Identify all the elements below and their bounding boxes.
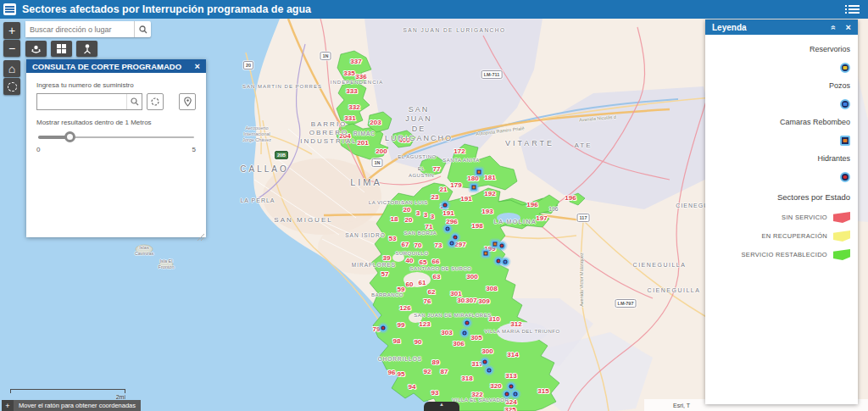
search-button[interactable] <box>134 21 151 37</box>
sedapal-logo <box>3 3 16 15</box>
place-label: VITARTE <box>505 139 554 148</box>
zoom-in-button[interactable]: + <box>3 22 20 39</box>
collapse-icon[interactable]: » <box>828 25 837 30</box>
sector-label-95: 95 <box>398 370 405 378</box>
zoom-out-button[interactable]: − <box>3 40 20 57</box>
sector-label-322: 322 <box>471 391 482 398</box>
consulta-panel-header[interactable]: CONSULTA DE CORTE PROGRAMADO × <box>26 59 206 73</box>
place-label: BARRIO OBRERO INDUSTRIAL <box>300 120 358 146</box>
sector-label-40: 40 <box>406 257 414 264</box>
slider-handle[interactable] <box>64 131 75 142</box>
hidrante-marker[interactable] <box>508 383 515 391</box>
legend-state-row: SERVICIO RESTABLECIDO <box>705 249 850 260</box>
coords-hint-text: Mover el ratón para obtener coordenadas <box>14 400 141 411</box>
sector-label-92: 92 <box>424 368 431 375</box>
radius-label: Mostrar resultados dentro de 1 Metros <box>36 119 196 126</box>
place-label: ATE <box>575 142 593 150</box>
sector-label-59: 59 <box>398 286 405 293</box>
sector-label-99: 99 <box>398 321 405 329</box>
sector-label-201: 201 <box>357 139 368 147</box>
place-label: LIMA <box>350 177 382 189</box>
hidrante-icon <box>840 172 850 182</box>
place-label: Isla El Frontón <box>159 258 175 270</box>
road-shield-1N: 1N <box>320 52 331 60</box>
place-label: SAN LUIS <box>401 200 427 207</box>
close-icon[interactable]: × <box>195 62 200 71</box>
hidrante-marker[interactable] <box>481 358 489 366</box>
road-shield-20: 20 <box>243 61 253 69</box>
home-button[interactable]: ⌂ <box>3 60 20 77</box>
hidrante-marker[interactable] <box>504 391 511 398</box>
sector-label-193: 193 <box>481 208 492 215</box>
sector-label-57: 57 <box>381 270 389 278</box>
app-window: 3373353363333323312032042014002001727718… <box>0 0 868 411</box>
sector-label-73: 73 <box>435 242 442 249</box>
place-label: Avenida Victor Malasquez <box>579 253 585 306</box>
sector-label-3: 3 <box>416 209 420 217</box>
pozo-marker[interactable] <box>448 240 456 247</box>
slider-min-label: 0 <box>36 146 40 153</box>
sector-label-297: 297 <box>454 241 465 248</box>
legend-body: Reservorios Pozos Camaras Rebombeo Hidra… <box>705 35 858 260</box>
search-input[interactable] <box>25 21 134 37</box>
place-label: EL AGUSTINO <box>398 154 436 161</box>
sector-label-296: 296 <box>446 218 457 225</box>
pozo-marker[interactable] <box>444 225 452 233</box>
place-label: MIRAFLORES <box>352 262 396 269</box>
hidrante-marker[interactable] <box>442 202 449 209</box>
place-label: BARRANCO <box>371 292 403 299</box>
sector-label-198: 198 <box>471 222 482 230</box>
pin-location-button[interactable] <box>179 93 196 110</box>
supply-number-input[interactable] <box>37 97 126 106</box>
search-box <box>25 21 151 37</box>
rebombeo-marker[interactable] <box>476 169 483 176</box>
pozo-marker[interactable] <box>502 258 509 266</box>
supply-number-label: Ingresa tu numero de suministro <box>36 81 196 89</box>
place-label: CIENEGUILLA <box>633 262 687 269</box>
attribution-toggle-button[interactable]: ▲ <box>424 402 459 411</box>
map-pin-icon <box>183 97 192 107</box>
rebombeo-marker[interactable] <box>482 250 490 258</box>
nearby-widget-button[interactable] <box>25 41 47 57</box>
hidrante-marker[interactable] <box>498 242 506 250</box>
place-label: Aeropuerto Internacional Jorge Chávez <box>242 125 271 143</box>
rebombeo-marker[interactable] <box>470 184 478 192</box>
place-label: SAN MARTIN DE PORRES <box>242 84 322 91</box>
basemap-gallery-button[interactable] <box>51 41 72 57</box>
sector-label-196: 196 <box>526 201 537 208</box>
pozo-marker[interactable] <box>461 330 469 337</box>
hidrante-marker[interactable] <box>464 319 471 327</box>
place-label: RIMAC <box>353 131 376 137</box>
streetview-widget-button[interactable] <box>76 41 97 57</box>
menu-list-icon[interactable] <box>845 3 864 16</box>
sector-label-305: 305 <box>470 334 481 342</box>
pozo-marker[interactable] <box>486 367 493 375</box>
sector-label-98: 98 <box>393 337 401 345</box>
sector-label-63: 63 <box>433 273 441 280</box>
sector-label-336: 336 <box>355 73 366 81</box>
sector-label-191: 191 <box>460 195 471 203</box>
field-search-button[interactable] <box>126 94 142 109</box>
panel-resize-handle[interactable] <box>198 229 204 236</box>
legend-title: Leyenda <box>712 23 747 32</box>
locate-icon <box>8 82 17 92</box>
consulta-panel: CONSULTA DE CORTE PROGRAMADO × Ingresa t… <box>26 59 206 237</box>
close-icon[interactable]: × <box>846 22 851 32</box>
pozo-marker[interactable] <box>512 391 520 398</box>
place-label: CHORRILLOS <box>378 356 422 363</box>
sector-label-333: 333 <box>346 87 357 95</box>
coords-crosshair-icon[interactable]: + <box>2 400 14 411</box>
slider-max-label: 5 <box>192 146 196 153</box>
hidrante-marker[interactable] <box>380 325 387 332</box>
crosshair-select-button[interactable] <box>147 93 164 110</box>
legend-header[interactable]: Leyenda » × <box>705 19 858 35</box>
sector-label-53: 53 <box>389 235 397 242</box>
sector-label-200: 200 <box>376 147 387 155</box>
sector-label-76: 76 <box>424 297 431 305</box>
legend-panel: Leyenda » × Reservorios Pozos Camaras Re… <box>705 19 858 404</box>
locate-button[interactable] <box>3 78 20 95</box>
sector-label-96: 96 <box>388 369 396 376</box>
attribution-text: Esri, T <box>673 403 690 408</box>
place-label: SAN BORJA <box>404 230 437 237</box>
sector-label-197: 197 <box>536 214 547 222</box>
